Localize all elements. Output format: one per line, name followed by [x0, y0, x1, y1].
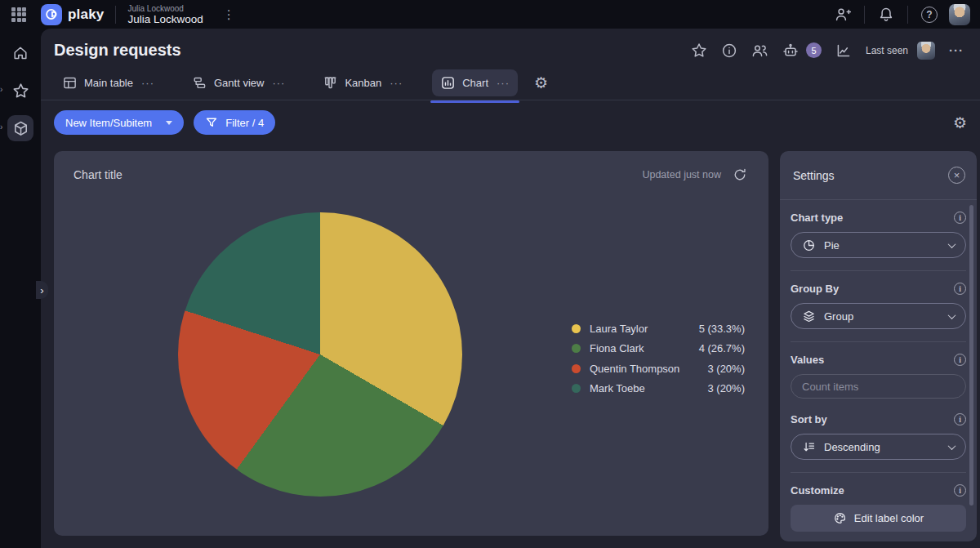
- legend-dot: [572, 324, 581, 333]
- chart-card: Chart title Updated just now Laura Taylo…: [54, 151, 768, 536]
- chart-updated-status: Updated just now: [642, 169, 721, 180]
- funnel-icon: [205, 116, 218, 129]
- workspace-name-small: Julia Lockwood: [127, 4, 203, 13]
- info-icon[interactable]: i: [954, 484, 966, 497]
- chevron-down-icon: [948, 442, 956, 450]
- plaky-logo-icon[interactable]: [41, 4, 62, 25]
- notifications-bell-icon[interactable]: [878, 7, 894, 23]
- page-title: Design requests: [54, 41, 181, 60]
- sort-descending-icon: [802, 440, 816, 454]
- palette-icon: [833, 511, 847, 525]
- favorite-star-icon[interactable]: [691, 42, 707, 59]
- chart-legend: Laura Taylor 5 (33.3%) Fiona Clark 4 (26…: [572, 319, 745, 399]
- divider: [115, 6, 116, 24]
- settings-scrollbar[interactable]: [969, 205, 973, 506]
- layers-icon: [802, 310, 816, 323]
- values-input[interactable]: [791, 374, 966, 399]
- filter-button[interactable]: Filter / 4: [194, 110, 275, 135]
- legend-item: Quentin Thompson 3 (20%): [572, 359, 745, 379]
- board-settings-gear-icon[interactable]: ⚙: [953, 114, 967, 132]
- views-settings-gear-icon[interactable]: ⚙: [534, 74, 548, 92]
- automations-count-badge[interactable]: 5: [806, 42, 822, 58]
- gantt-icon: [192, 75, 207, 91]
- info-icon[interactable]: i: [954, 354, 966, 366]
- tab-gantt-view[interactable]: Gantt view ···: [184, 69, 293, 96]
- brand-name: plaky: [68, 7, 104, 23]
- pie-chart[interactable]: [178, 212, 462, 497]
- sidebar-expand-icon[interactable]: ›: [36, 281, 48, 299]
- caret-down-icon[interactable]: [166, 121, 172, 125]
- workspace-menu-icon[interactable]: ⋮: [223, 9, 235, 20]
- new-item-button[interactable]: New Item/Subitem: [54, 110, 184, 135]
- chevron-right-icon: ›: [0, 85, 2, 94]
- refresh-icon[interactable]: [733, 167, 747, 182]
- tab-menu-icon[interactable]: ···: [390, 80, 403, 87]
- board-members-icon[interactable]: [751, 42, 768, 59]
- activity-chart-icon[interactable]: [835, 42, 852, 59]
- chevron-down-icon: [948, 240, 956, 248]
- edit-label-color-button[interactable]: Edit label color: [791, 505, 966, 532]
- divider: [907, 6, 908, 24]
- kanban-icon: [323, 75, 338, 91]
- legend-dot: [572, 344, 581, 353]
- board-info-icon[interactable]: [721, 42, 737, 59]
- settings-panel: Settings × Chart type i Pie Group By i G…: [780, 151, 977, 541]
- last-seen-avatar[interactable]: [917, 42, 935, 60]
- invite-member-icon[interactable]: [835, 7, 851, 23]
- info-icon[interactable]: i: [954, 283, 966, 295]
- workspace-switcher[interactable]: Julia Lockwood Julia Lockwood: [127, 4, 203, 25]
- tab-main-table[interactable]: Main table ···: [54, 69, 163, 96]
- user-avatar[interactable]: [949, 4, 970, 25]
- chevron-down-icon: [948, 311, 956, 319]
- tab-kanban[interactable]: Kanban ···: [314, 69, 411, 96]
- topbar: plaky Julia Lockwood Julia Lockwood ⋮ ?: [0, 0, 980, 29]
- chart-type-dropdown[interactable]: Pie: [791, 232, 966, 258]
- board-menu-icon[interactable]: ···: [949, 43, 964, 57]
- sidebar-item-favorites[interactable]: ›: [7, 78, 33, 104]
- chart-icon: [440, 75, 456, 91]
- info-icon[interactable]: i: [954, 212, 966, 224]
- values-label: Values: [791, 354, 824, 366]
- settings-title: Settings: [793, 169, 835, 182]
- tab-chart[interactable]: Chart ···: [432, 69, 518, 96]
- tab-menu-icon[interactable]: ···: [141, 80, 154, 87]
- group-by-dropdown[interactable]: Group: [791, 303, 966, 329]
- apps-grid-icon[interactable]: [11, 7, 26, 22]
- content-panel: Design requests 5 Last seen ··· Main tab…: [41, 29, 980, 548]
- chevron-right-icon: ›: [0, 123, 2, 131]
- chart-type-label: Chart type: [791, 212, 843, 224]
- workspace-name-large: Julia Lockwood: [127, 13, 203, 25]
- automations-robot-icon[interactable]: [782, 42, 799, 59]
- group-by-label: Group By: [791, 283, 839, 295]
- legend-dot: [572, 384, 581, 393]
- sidebar-item-home[interactable]: [7, 40, 33, 66]
- chart-title: Chart title: [74, 168, 122, 181]
- last-seen-label: Last seen: [866, 45, 908, 56]
- divider: [864, 6, 865, 24]
- table-icon: [62, 75, 78, 91]
- help-icon[interactable]: ?: [921, 7, 938, 23]
- sort-by-dropdown[interactable]: Descending: [791, 434, 966, 460]
- view-tabs: Main table ··· Gantt view ··· Kanban ···…: [41, 66, 980, 100]
- legend-item: Laura Taylor 5 (33.3%): [572, 319, 745, 339]
- tab-menu-icon[interactable]: ···: [497, 80, 510, 87]
- pie-icon: [802, 238, 816, 252]
- tab-menu-icon[interactable]: ···: [272, 80, 285, 87]
- close-icon[interactable]: ×: [948, 167, 965, 184]
- legend-item: Fiona Clark 4 (26.7%): [572, 339, 745, 359]
- divider: [791, 270, 966, 271]
- sort-by-label: Sort by: [791, 413, 827, 425]
- customize-label: Customize: [791, 484, 844, 497]
- divider: [791, 472, 966, 473]
- legend-item: Mark Toebe 3 (20%): [572, 379, 745, 399]
- legend-dot: [572, 364, 581, 373]
- sidebar-item-boards[interactable]: ›: [7, 115, 33, 141]
- divider: [791, 341, 966, 342]
- sidebar: › ›: [0, 29, 41, 548]
- info-icon[interactable]: i: [954, 413, 966, 425]
